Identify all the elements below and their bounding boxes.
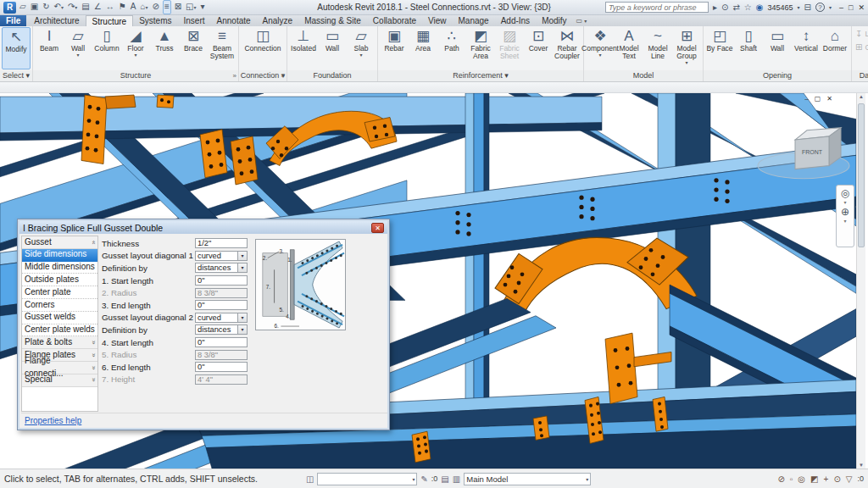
vscroll-thumb[interactable] — [858, 103, 865, 247]
customize-qat-icon[interactable]: ▾ — [200, 1, 206, 14]
view-close-icon[interactable]: ✕ — [826, 95, 832, 103]
grid-button[interactable]: ⊞Grid — [854, 41, 868, 54]
tab-manage[interactable]: Manage — [453, 15, 495, 26]
ribbon-toggle-caret-icon[interactable]: ▾ — [584, 18, 587, 24]
connection-button[interactable]: ◫Connection — [241, 27, 285, 69]
design-option-combobox[interactable]: Main Model▾ — [464, 473, 591, 485]
dialog-nav-gusset-welds[interactable]: Gusset welds — [22, 312, 97, 324]
minimize-button[interactable]: – — [839, 3, 843, 12]
wall-button[interactable]: ▱Wall▾ — [64, 27, 92, 58]
foundation-wall-button[interactable]: ▭Wall — [318, 27, 347, 53]
restore-button[interactable]: □ — [849, 3, 853, 12]
zoom-icon[interactable]: ⊕ — [841, 206, 849, 218]
select-links-icon[interactable]: ⊘ — [777, 474, 784, 484]
close-hidden-windows-icon[interactable]: ⊠ — [174, 1, 182, 14]
fabric-area-button[interactable]: ◩Fabric Area — [466, 27, 495, 60]
search-jump-icon[interactable]: ▸ — [713, 3, 717, 12]
dialog-nav-center-plate[interactable]: Center plate — [22, 286, 97, 299]
tag-icon[interactable]: ⚑ — [118, 1, 127, 14]
options-icon[interactable]: ▥ — [453, 474, 460, 484]
switch-windows-icon[interactable]: ◱▾ — [185, 1, 197, 14]
vertical-scrollbar[interactable]: ▲ ▼ — [856, 93, 865, 469]
tab-modify[interactable]: Modify — [536, 15, 572, 26]
dialog-nav-gusset[interactable]: Gusset« — [22, 236, 97, 249]
model-line-button[interactable]: ~Model Line — [643, 27, 672, 60]
tab-architecture[interactable]: Architecture — [28, 15, 85, 26]
editing-requests-icon[interactable]: ✎ — [420, 474, 427, 484]
revit-logo[interactable]: R — [3, 2, 16, 14]
tab-file[interactable]: File — [0, 15, 26, 26]
properties-help-link[interactable]: Properties help — [25, 416, 81, 425]
steering-wheel-icon[interactable]: ◎ — [841, 187, 849, 199]
default-3d-view-icon[interactable]: ⌂▾ — [139, 1, 148, 14]
path-button[interactable]: ∴Path — [437, 27, 466, 53]
select-pinned-icon[interactable]: ◎ — [798, 474, 805, 484]
tab-view[interactable]: View — [422, 15, 453, 26]
account-caret-icon[interactable]: ▾ — [798, 4, 800, 10]
opening-wall-button[interactable]: ▭Wall — [763, 27, 792, 53]
tab-massing-site[interactable]: Massing & Site — [298, 15, 367, 26]
tab-analyze[interactable]: Analyze — [257, 15, 299, 26]
rebar-button[interactable]: ▣Rebar — [380, 27, 409, 53]
account-icon[interactable]: ◉ — [756, 3, 764, 12]
dialog-nav-outside-plates[interactable]: Outside plates — [22, 274, 97, 286]
zoom-caret-icon[interactable]: ▾ — [843, 219, 846, 224]
thin-lines-icon[interactable]: ≡ — [163, 0, 171, 14]
dialog-nav-plate-bolts[interactable]: Plate & bolts» — [22, 336, 97, 349]
vertical-button[interactable]: ↕Vertical — [792, 27, 821, 53]
tab-collaborate[interactable]: Collaborate — [367, 15, 422, 26]
brace-button[interactable]: ⊠Brace — [179, 27, 208, 53]
truss-button[interactable]: ▲Truss — [150, 27, 179, 53]
cover-button[interactable]: ⊡Cover — [524, 27, 553, 53]
by-face-button[interactable]: ◰By Face — [705, 27, 734, 53]
model-group-button[interactable]: ⊞Model Group▾ — [672, 27, 701, 65]
search-input[interactable] — [605, 2, 709, 13]
dialog-nav-flange-connection[interactable]: Flange connecti...» — [22, 362, 97, 374]
filter-icon[interactable]: ▽ — [846, 474, 853, 484]
help-icon[interactable]: ? — [815, 3, 825, 12]
close-button[interactable]: ✕ — [858, 3, 865, 12]
tab-structure[interactable]: Structure — [86, 15, 134, 26]
favorites-icon[interactable]: ☆ — [744, 3, 752, 12]
search-icon[interactable]: ⊙ — [721, 3, 728, 12]
measure-icon[interactable]: ∠ — [93, 1, 103, 14]
tab-insert[interactable]: Insert — [178, 15, 211, 26]
exchange-apps-icon[interactable]: ⇄ — [732, 3, 739, 12]
shaft-button[interactable]: ▯Shaft — [734, 27, 763, 53]
dialog-nav-middle-dimensions[interactable]: Middle dimensions — [22, 262, 97, 274]
tab-systems[interactable]: Systems — [133, 15, 177, 26]
slab-button[interactable]: ▱Slab▾ — [347, 27, 376, 58]
view-minimize-icon[interactable]: – — [804, 95, 808, 103]
save-icon[interactable]: ▣ — [30, 1, 39, 14]
select-underlay-icon[interactable]: ▫ — [790, 474, 793, 484]
account-username[interactable]: 345465 — [768, 3, 793, 12]
undo-icon[interactable]: ↶▾ — [53, 1, 64, 14]
section-icon[interactable]: ⊘ — [151, 1, 159, 14]
ribbon-toggle-icon[interactable]: ▭ — [576, 17, 583, 25]
dialog-title-bar[interactable]: I Bracing Splice Full Gusset Double ✕ — [19, 221, 387, 234]
dormer-button[interactable]: ⌂Dormer — [821, 27, 849, 53]
beam-system-button[interactable]: ≡Beam System — [208, 27, 236, 60]
component-button[interactable]: ❖Component▾ — [586, 27, 615, 58]
text-icon[interactable]: A — [130, 1, 137, 14]
design-options-icon[interactable]: ▤ — [441, 474, 448, 484]
background-process-icon[interactable]: ⊙ — [833, 474, 840, 484]
dialog-nav-center-plate-welds[interactable]: Center plate welds — [22, 324, 97, 337]
vscroll-down-arrow[interactable]: ▼ — [857, 463, 865, 468]
dialog-close-icon[interactable]: ✕ — [371, 223, 384, 233]
view-restore-icon[interactable]: ▢ — [815, 95, 821, 103]
tab-addins[interactable]: Add-Ins — [495, 15, 536, 26]
dialog-nav-side-dimensions[interactable]: Side dimensions — [22, 249, 97, 262]
worksets-icon[interactable]: ◫ — [306, 474, 314, 484]
sync-icon[interactable]: ↻ — [42, 1, 50, 14]
open-icon[interactable]: ▱ — [19, 1, 27, 14]
print-icon[interactable]: ▤ — [81, 1, 90, 14]
model-text-button[interactable]: AModel Text — [615, 27, 643, 60]
fabric-sheet-button[interactable]: ▨Fabric Sheet — [495, 27, 524, 60]
cart-icon[interactable]: ⊟ — [804, 3, 811, 12]
level-button[interactable]: ↧Level — [854, 27, 868, 41]
floor-button[interactable]: ◢Floor▾ — [121, 27, 150, 58]
vscroll-up-arrow[interactable]: ▲ — [857, 94, 865, 99]
tab-annotate[interactable]: Annotate — [211, 15, 257, 26]
wheel-caret-icon[interactable]: ▾ — [843, 200, 846, 205]
